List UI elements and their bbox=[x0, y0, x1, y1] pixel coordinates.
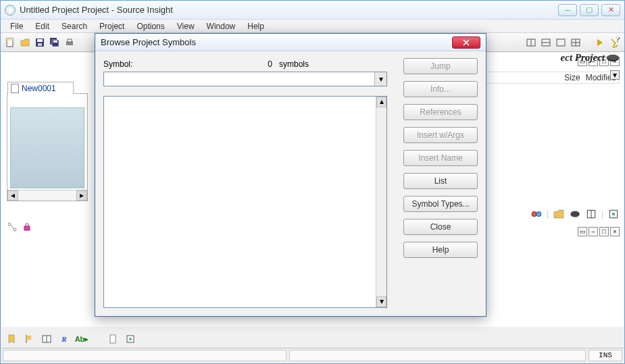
relation-icon[interactable] bbox=[5, 220, 19, 234]
svg-rect-9 bbox=[68, 39, 72, 42]
symbol-count-label: symbols bbox=[279, 59, 309, 69]
col-size[interactable]: Size bbox=[561, 72, 582, 83]
project-toolbar: | | bbox=[530, 208, 620, 220]
print-icon[interactable] bbox=[63, 36, 76, 49]
menu-file[interactable]: File bbox=[5, 21, 28, 32]
menubar: File Edit Search Project Options View Wi… bbox=[1, 20, 624, 33]
svg-point-31 bbox=[612, 213, 616, 216]
disc2-icon[interactable] bbox=[569, 208, 581, 220]
pane2-dock-icon[interactable]: ▭ bbox=[578, 227, 587, 236]
symbol-input[interactable] bbox=[104, 72, 374, 86]
titlebar: Untitled Project Project - Source Insigh… bbox=[1, 1, 624, 20]
pane2-close-icon[interactable]: × bbox=[610, 227, 620, 236]
menu-project[interactable]: Project bbox=[94, 21, 130, 32]
help-button[interactable]: Help bbox=[403, 242, 478, 258]
scroll-right-icon[interactable]: ▸ bbox=[76, 190, 87, 201]
maximize-button[interactable]: ▢ bbox=[580, 4, 599, 16]
dialog-close-button[interactable] bbox=[452, 36, 480, 49]
svg-text:?: ? bbox=[616, 37, 620, 44]
info-button[interactable]: Info... bbox=[403, 81, 478, 97]
save-icon[interactable] bbox=[33, 36, 47, 49]
document-tab[interactable]: New0001 bbox=[7, 82, 74, 94]
statusbar: INS bbox=[1, 348, 624, 363]
scroll-down-icon[interactable]: ▾ bbox=[376, 296, 386, 307]
sync-icon[interactable] bbox=[530, 208, 543, 220]
menu-options[interactable]: Options bbox=[131, 21, 170, 32]
relation-toolbar bbox=[5, 220, 34, 234]
project-title: ect Project bbox=[561, 52, 605, 63]
symbol-count: 0 bbox=[252, 59, 279, 69]
minimize-button[interactable]: ─ bbox=[558, 4, 577, 16]
svg-rect-22 bbox=[24, 226, 30, 230]
jump-button[interactable]: Jump bbox=[403, 58, 478, 74]
menu-window[interactable]: Window bbox=[201, 21, 241, 32]
doc-icon[interactable] bbox=[106, 332, 120, 346]
bookmark-icon[interactable] bbox=[5, 332, 18, 346]
document-body[interactable] bbox=[10, 107, 84, 188]
symbol-types-button[interactable]: Symbol Types... bbox=[403, 196, 478, 212]
insert-name-button[interactable]: Insert Name bbox=[403, 150, 478, 166]
properties-icon[interactable] bbox=[607, 208, 620, 220]
document-icon bbox=[11, 84, 19, 93]
window-close-button[interactable]: ✕ bbox=[601, 4, 620, 16]
svg-point-37 bbox=[129, 338, 132, 340]
book-icon[interactable] bbox=[585, 208, 597, 220]
layout4-icon[interactable] bbox=[569, 36, 582, 49]
svg-point-27 bbox=[570, 211, 580, 217]
document-pane: New0001 ◂ ▸ bbox=[7, 93, 88, 201]
help-arrow-icon[interactable]: ? bbox=[608, 36, 622, 49]
dialog-title: Browse Project Symbols bbox=[101, 37, 452, 47]
svg-point-24 bbox=[607, 55, 619, 60]
dialog-titlebar[interactable]: Browse Project Symbols bbox=[95, 34, 486, 51]
scroll-track[interactable] bbox=[18, 190, 76, 201]
svg-rect-3 bbox=[37, 39, 43, 42]
lower-pane-controls: ▭ – □ × bbox=[578, 227, 620, 236]
document-hscroll[interactable]: ◂ ▸ bbox=[7, 190, 87, 201]
combo-dropdown-icon[interactable]: ▾ bbox=[374, 72, 386, 86]
flag-icon[interactable] bbox=[22, 332, 36, 346]
svg-point-26 bbox=[536, 212, 541, 217]
svg-rect-14 bbox=[557, 39, 565, 46]
props-icon[interactable] bbox=[124, 332, 137, 346]
svg-rect-1 bbox=[7, 38, 13, 41]
open-folder-icon[interactable] bbox=[553, 208, 565, 220]
references-button[interactable]: References bbox=[403, 104, 478, 120]
scroll-left-icon[interactable]: ◂ bbox=[7, 190, 18, 201]
lock-icon[interactable] bbox=[20, 220, 34, 234]
list-button[interactable]: List bbox=[403, 173, 478, 189]
symbol-label: Symbol: bbox=[103, 59, 252, 69]
scroll-up-icon[interactable]: ▴ bbox=[376, 97, 386, 107]
pane2-min-icon[interactable]: – bbox=[589, 227, 598, 236]
layout1-icon[interactable] bbox=[524, 36, 538, 49]
r-icon[interactable]: R bbox=[57, 332, 71, 346]
symbol-list[interactable]: ▴ ▾ bbox=[103, 96, 387, 308]
book2-icon[interactable] bbox=[40, 332, 53, 346]
play-icon[interactable] bbox=[593, 36, 607, 49]
ab-icon[interactable]: Ab▸ bbox=[75, 332, 89, 346]
save-all-icon[interactable] bbox=[48, 36, 61, 49]
open-file-icon[interactable] bbox=[18, 36, 32, 49]
document-tab-label: New0001 bbox=[22, 84, 56, 93]
menu-search[interactable]: Search bbox=[56, 21, 93, 32]
svg-line-21 bbox=[10, 225, 14, 229]
layout3-icon[interactable] bbox=[554, 36, 568, 49]
layout2-icon[interactable] bbox=[539, 36, 553, 49]
symbol-combo: ▾ bbox=[103, 72, 387, 86]
insert-args-button[interactable]: Insert w/Args bbox=[403, 127, 478, 143]
menu-edit[interactable]: Edit bbox=[30, 21, 55, 32]
status-ins: INS bbox=[589, 350, 622, 361]
bottom-toolbar: R Ab▸ bbox=[5, 332, 137, 346]
dropdown-icon[interactable]: ▾ bbox=[610, 70, 620, 80]
close-button[interactable]: Close bbox=[403, 219, 478, 235]
column-headers: Size Modified bbox=[484, 72, 620, 84]
menu-help[interactable]: Help bbox=[242, 21, 270, 32]
app-window: Untitled Project Project - Source Insigh… bbox=[0, 0, 625, 364]
list-vscroll[interactable]: ▴ ▾ bbox=[376, 97, 386, 307]
new-file-icon[interactable] bbox=[3, 36, 17, 49]
pane2-max-icon[interactable]: □ bbox=[599, 227, 609, 236]
window-title: Untitled Project Project - Source Insigh… bbox=[20, 5, 558, 15]
browse-symbols-dialog: Browse Project Symbols Symbol: 0 symbols… bbox=[95, 33, 486, 317]
status-seg1 bbox=[3, 350, 286, 361]
app-icon bbox=[5, 5, 16, 16]
menu-view[interactable]: View bbox=[172, 21, 200, 32]
